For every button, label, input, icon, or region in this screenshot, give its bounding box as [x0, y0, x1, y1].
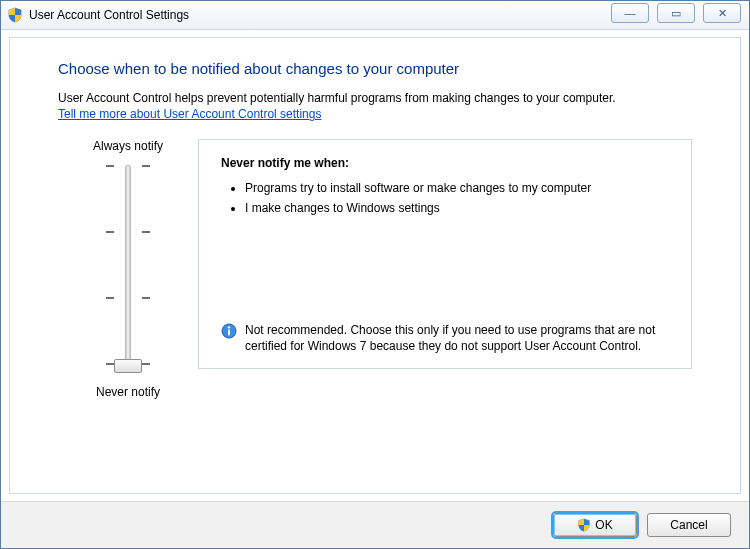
- ok-button-label: OK: [595, 518, 612, 532]
- cancel-button[interactable]: Cancel: [647, 513, 731, 537]
- dialog-footer: OK Cancel: [1, 501, 749, 548]
- svg-rect-2: [228, 329, 230, 335]
- slider-rail: [125, 165, 131, 373]
- minimize-button[interactable]: —: [611, 3, 649, 23]
- client-area: Choose when to be notified about changes…: [9, 37, 741, 494]
- titlebar[interactable]: User Account Control Settings — ▭ ✕: [1, 1, 749, 30]
- recommendation-row: Not recommended. Choose this only if you…: [221, 322, 669, 354]
- close-button[interactable]: ✕: [703, 3, 741, 23]
- slider-tick: [98, 297, 158, 299]
- window-title: User Account Control Settings: [29, 8, 189, 22]
- recommendation-text: Not recommended. Choose this only if you…: [245, 322, 669, 354]
- uac-shield-icon: [577, 518, 591, 532]
- slider-area: Always notify Never notify Never notify …: [58, 139, 692, 399]
- slider-thumb[interactable]: [114, 359, 142, 373]
- intro-text: User Account Control helps prevent poten…: [58, 91, 692, 105]
- slider-top-label: Always notify: [93, 139, 163, 153]
- slider-column: Always notify Never notify: [58, 139, 198, 399]
- info-icon: [221, 323, 237, 339]
- maximize-button[interactable]: ▭: [657, 3, 695, 23]
- slider-bottom-label: Never notify: [96, 385, 160, 399]
- help-link[interactable]: Tell me more about User Account Control …: [58, 107, 321, 121]
- list-item: I make changes to Windows settings: [245, 200, 669, 216]
- svg-point-1: [228, 326, 230, 328]
- list-item: Programs try to install software or make…: [245, 180, 669, 196]
- ok-button[interactable]: OK: [553, 513, 637, 537]
- slider-tick: [98, 231, 158, 233]
- uac-settings-window: User Account Control Settings — ▭ ✕ Choo…: [0, 0, 750, 549]
- window-controls: — ▭ ✕: [611, 3, 741, 23]
- cancel-button-label: Cancel: [670, 518, 707, 532]
- level-description-panel: Never notify me when: Programs try to in…: [198, 139, 692, 369]
- level-description-title: Never notify me when:: [221, 156, 669, 170]
- page-heading: Choose when to be notified about changes…: [58, 60, 692, 77]
- level-description-list: Programs try to install software or make…: [227, 180, 669, 216]
- uac-shield-icon: [7, 7, 23, 23]
- slider-tick: [98, 165, 158, 167]
- uac-slider[interactable]: [98, 159, 158, 379]
